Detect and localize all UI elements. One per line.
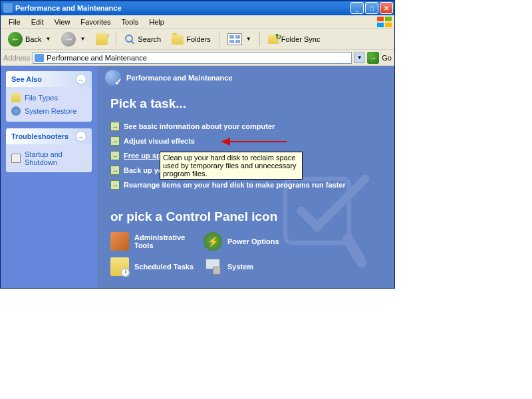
svg-rect-1 bbox=[385, 17, 392, 21]
forward-button[interactable]: → ▼ bbox=[57, 29, 90, 49]
troubleshooters-panel: Troubleshooters ︿ Startup and Shutdown bbox=[6, 128, 92, 172]
go-button[interactable]: → bbox=[367, 52, 379, 64]
folders-label: Folders bbox=[186, 35, 211, 43]
toolbar-separator bbox=[219, 32, 219, 47]
folder-sync-label: Folder Sync bbox=[281, 35, 321, 43]
back-dropdown-icon: ▼ bbox=[45, 36, 51, 42]
menu-favorites[interactable]: Favorites bbox=[75, 17, 116, 27]
up-folder-icon bbox=[96, 33, 108, 45]
close-button[interactable]: ✕ bbox=[380, 2, 393, 14]
see-also-header[interactable]: See Also ︿ bbox=[6, 71, 92, 87]
task-visual-effects-label: Adjust visual effects bbox=[124, 137, 195, 145]
sidebar-link-system-restore[interactable]: System Restore bbox=[11, 104, 86, 118]
task-arrow-icon: → bbox=[110, 122, 120, 131]
back-label: Back bbox=[25, 35, 41, 43]
svg-rect-0 bbox=[377, 17, 384, 21]
main-header: Performance and Maintenance bbox=[97, 66, 394, 90]
toolbar-separator bbox=[116, 32, 116, 47]
power-options-icon bbox=[203, 232, 222, 251]
see-also-title: See Also bbox=[11, 75, 42, 83]
views-button[interactable]: ▼ bbox=[223, 31, 256, 48]
startup-shutdown-label: Startup and Shutdown bbox=[25, 150, 86, 166]
content-area: See Also ︿ File Types System Restore bbox=[1, 66, 394, 288]
address-bar: Address Performance and Maintenance ▼ → … bbox=[1, 50, 394, 66]
search-label: Search bbox=[138, 35, 161, 43]
menubar: File Edit View Favorites Tools Help bbox=[1, 15, 394, 29]
svg-rect-3 bbox=[385, 23, 392, 27]
address-dropdown-button[interactable]: ▼ bbox=[354, 53, 364, 63]
minimize-button[interactable]: _ bbox=[350, 2, 364, 14]
toolbar-separator bbox=[259, 32, 260, 47]
control-panel-icons: Administrative Tools Power Options Sched… bbox=[110, 232, 381, 276]
toolbar: ← Back ▼ → ▼ Search Folders ▼ Folder Syn… bbox=[1, 29, 394, 50]
power-options-label: Power Options bbox=[227, 237, 279, 245]
task-arrow-icon: → bbox=[110, 136, 120, 146]
see-also-panel: See Also ︿ File Types System Restore bbox=[6, 71, 92, 122]
folder-sync-icon bbox=[268, 35, 279, 44]
file-types-icon bbox=[11, 93, 21, 102]
back-icon: ← bbox=[8, 32, 23, 47]
search-button[interactable]: Search bbox=[120, 31, 166, 47]
main-body: Pick a task... → See basic information a… bbox=[97, 90, 394, 283]
see-also-body: File Types System Restore bbox=[6, 87, 92, 122]
sidebar-link-startup-shutdown[interactable]: Startup and Shutdown bbox=[11, 148, 86, 168]
category-title: Performance and Maintenance bbox=[126, 74, 233, 82]
cp-admin-tools[interactable]: Administrative Tools bbox=[110, 232, 197, 251]
window-controls: _ □ ✕ bbox=[350, 2, 393, 14]
troubleshooters-title: Troubleshooters bbox=[11, 132, 68, 140]
system-restore-icon bbox=[11, 106, 21, 116]
main-pane: Performance and Maintenance Pick a task.… bbox=[97, 66, 394, 288]
address-field[interactable]: Performance and Maintenance bbox=[33, 52, 352, 64]
address-value: Performance and Maintenance bbox=[47, 54, 350, 62]
startup-shutdown-icon bbox=[11, 154, 21, 163]
collapse-icon[interactable]: ︿ bbox=[76, 74, 86, 84]
address-label: Address bbox=[3, 54, 30, 62]
menu-file[interactable]: File bbox=[3, 17, 26, 27]
scheduled-tasks-label: Scheduled Tasks bbox=[134, 263, 194, 271]
cp-system[interactable]: System bbox=[203, 257, 290, 276]
window: Performance and Maintenance _ □ ✕ File E… bbox=[0, 0, 395, 289]
forward-icon: → bbox=[61, 32, 76, 47]
forward-dropdown-icon: ▼ bbox=[80, 36, 85, 42]
task-arrow-icon: → bbox=[110, 166, 120, 175]
system-label: System bbox=[227, 263, 253, 271]
views-dropdown-icon: ▼ bbox=[246, 36, 251, 42]
task-rearrange-label: Rearrange items on your hard disk to mak… bbox=[124, 181, 346, 189]
windows-flag-icon bbox=[377, 17, 392, 27]
menu-tools[interactable]: Tools bbox=[116, 17, 144, 27]
address-icon bbox=[35, 54, 44, 62]
cp-power-options[interactable]: Power Options bbox=[203, 232, 290, 251]
system-icon bbox=[203, 257, 222, 276]
annotation-arrow-icon bbox=[221, 136, 287, 147]
folder-icon bbox=[172, 35, 184, 45]
task-basic-info[interactable]: → See basic information about your compu… bbox=[110, 119, 381, 134]
admin-tools-icon bbox=[110, 232, 129, 251]
scheduled-tasks-icon bbox=[110, 257, 129, 276]
app-icon bbox=[3, 3, 13, 13]
system-restore-label: System Restore bbox=[25, 107, 76, 115]
sidebar: See Also ︿ File Types System Restore bbox=[1, 66, 97, 288]
search-icon bbox=[124, 34, 135, 45]
pick-task-heading: Pick a task... bbox=[110, 96, 381, 111]
task-rearrange[interactable]: → Rearrange items on your hard disk to m… bbox=[110, 178, 381, 192]
up-button[interactable] bbox=[91, 31, 112, 48]
go-label: Go bbox=[382, 54, 392, 62]
troubleshooters-header[interactable]: Troubleshooters ︿ bbox=[6, 128, 92, 144]
sidebar-link-file-types[interactable]: File Types bbox=[11, 91, 86, 104]
menu-help[interactable]: Help bbox=[144, 17, 170, 27]
folder-sync-button[interactable]: Folder Sync bbox=[263, 32, 325, 47]
folders-button[interactable]: Folders bbox=[167, 31, 215, 47]
svg-marker-7 bbox=[221, 138, 230, 146]
titlebar: Performance and Maintenance _ □ ✕ bbox=[1, 1, 394, 15]
menu-view[interactable]: View bbox=[49, 17, 76, 27]
back-button[interactable]: ← Back ▼ bbox=[3, 29, 55, 49]
task-arrow-icon: → bbox=[110, 151, 120, 160]
category-icon bbox=[105, 70, 121, 86]
admin-tools-label: Administrative Tools bbox=[134, 233, 197, 249]
menu-edit[interactable]: Edit bbox=[26, 17, 49, 27]
collapse-icon[interactable]: ︿ bbox=[76, 131, 86, 142]
maximize-button[interactable]: □ bbox=[365, 2, 378, 14]
svg-rect-2 bbox=[377, 23, 384, 27]
task-basic-info-label: See basic information about your compute… bbox=[124, 122, 275, 130]
cp-scheduled-tasks[interactable]: Scheduled Tasks bbox=[110, 257, 197, 276]
